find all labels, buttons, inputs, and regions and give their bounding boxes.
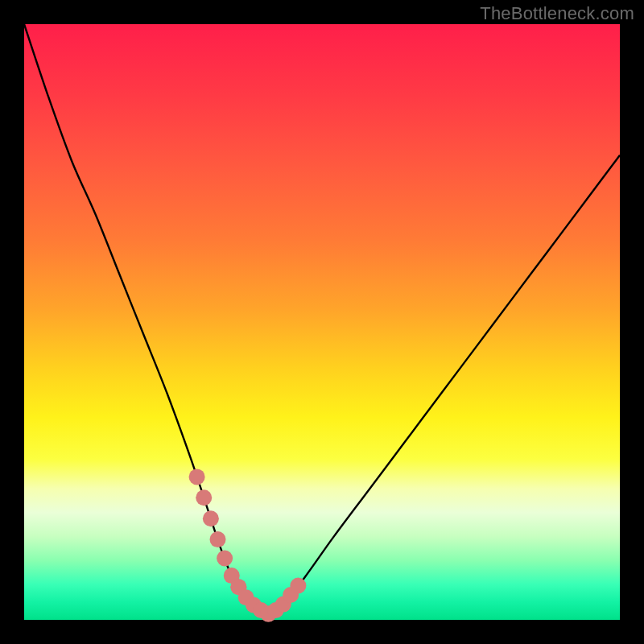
watermark-label: TheBottleneck.com xyxy=(480,3,634,24)
bottleneck-curve xyxy=(24,24,620,614)
curve-svg xyxy=(24,24,620,620)
trough-marker-dot xyxy=(189,469,205,485)
trough-marker-dot xyxy=(196,489,212,506)
trough-marker-dot xyxy=(203,510,219,526)
trough-markers xyxy=(189,469,307,621)
plot-area xyxy=(24,24,620,620)
chart-frame: TheBottleneck.com xyxy=(0,0,644,644)
trough-marker-dot xyxy=(217,551,233,567)
trough-marker-dot xyxy=(210,531,226,547)
trough-marker-dot xyxy=(290,577,306,593)
